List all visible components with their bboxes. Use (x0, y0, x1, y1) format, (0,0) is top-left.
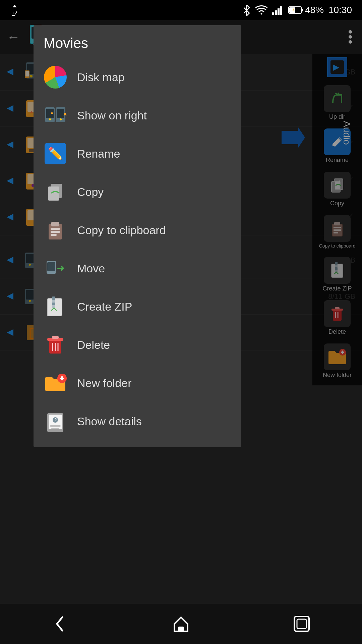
svg-rect-71 (57, 109, 64, 118)
menu-item-new-folder[interactable]: New folder (34, 364, 241, 402)
battery-percent: 48% (305, 5, 324, 15)
signal-icon (272, 5, 284, 15)
copy-icon (44, 180, 67, 204)
status-bar: 48% 10:30 (0, 0, 362, 20)
menu-item-disk-map[interactable]: Disk map (34, 58, 241, 96)
menu-item-show-details[interactable]: ? Show details (34, 402, 241, 440)
svg-rect-1 (272, 12, 274, 15)
svg-rect-76 (48, 186, 59, 201)
svg-rect-80 (51, 231, 60, 233)
rename-label: Rename (77, 147, 120, 160)
menu-item-delete[interactable]: Delete (34, 326, 241, 364)
copy-to-clipboard-label: Copy to clipboard (77, 224, 166, 237)
svg-rect-104 (178, 627, 184, 631)
new-folder-label: New folder (77, 377, 132, 390)
menu-item-show-on-right[interactable]: Show on right (34, 96, 241, 135)
menu-item-create-zip[interactable]: Create ZIP (34, 287, 241, 326)
home-nav-button[interactable] (168, 610, 194, 637)
svg-rect-97 (61, 376, 63, 380)
svg-rect-79 (51, 228, 60, 230)
svg-rect-2 (275, 10, 277, 15)
battery-indicator: 48% (288, 5, 324, 15)
svg-rect-4 (280, 6, 282, 15)
delete-label: Delete (77, 338, 110, 352)
disk-map-icon (44, 65, 67, 89)
svg-rect-78 (51, 222, 59, 226)
svg-rect-106 (297, 619, 306, 629)
menu-item-copy-to-clipboard[interactable]: Copy to clipboard (34, 211, 241, 249)
create-zip-label: Create ZIP (77, 300, 132, 313)
create-zip-icon (44, 295, 67, 318)
status-right-icons: 48% 10:30 (243, 4, 352, 16)
clipboard-icon (44, 218, 67, 242)
svg-rect-85 (52, 297, 55, 300)
new-folder-icon (44, 371, 67, 395)
svg-rect-103 (51, 428, 59, 429)
svg-rect-6 (301, 9, 303, 11)
usb-icon (10, 4, 19, 16)
menu-item-move[interactable]: Move (34, 249, 241, 287)
svg-rect-3 (278, 8, 280, 15)
move-label: Move (77, 262, 105, 275)
svg-rect-87 (52, 303, 55, 305)
svg-rect-0 (12, 15, 15, 16)
back-nav-button[interactable] (47, 610, 74, 637)
menu-item-copy[interactable]: Copy (34, 173, 241, 211)
svg-rect-91 (52, 336, 59, 339)
context-menu: Movies Disk map Show on right ✏️ (34, 25, 241, 447)
svg-rect-86 (52, 300, 55, 303)
svg-rect-81 (51, 234, 57, 236)
delete-icon (44, 333, 67, 357)
bottom-navigation (0, 604, 362, 644)
recents-nav-button[interactable] (288, 610, 315, 637)
copy-label: Copy (77, 185, 104, 199)
svg-rect-83 (47, 262, 55, 271)
show-details-label: Show details (77, 415, 142, 428)
move-icon (44, 257, 67, 280)
menu-item-rename[interactable]: ✏️ Rename (34, 135, 241, 173)
show-details-icon: ? (44, 410, 67, 433)
svg-point-72 (60, 118, 62, 120)
disk-map-label: Disk map (77, 71, 125, 84)
wifi-icon (255, 5, 267, 15)
svg-rect-102 (50, 425, 61, 427)
svg-point-69 (49, 118, 51, 120)
show-on-right-label: Show on right (77, 109, 147, 122)
rename-icon: ✏️ (44, 142, 67, 165)
clock: 10:30 (328, 5, 352, 15)
svg-rect-88 (52, 305, 55, 308)
status-left-icons (10, 4, 19, 16)
show-on-right-icon (44, 104, 67, 127)
bluetooth-icon (243, 4, 251, 16)
svg-text:?: ? (54, 418, 57, 422)
context-menu-title: Movies (34, 25, 241, 58)
